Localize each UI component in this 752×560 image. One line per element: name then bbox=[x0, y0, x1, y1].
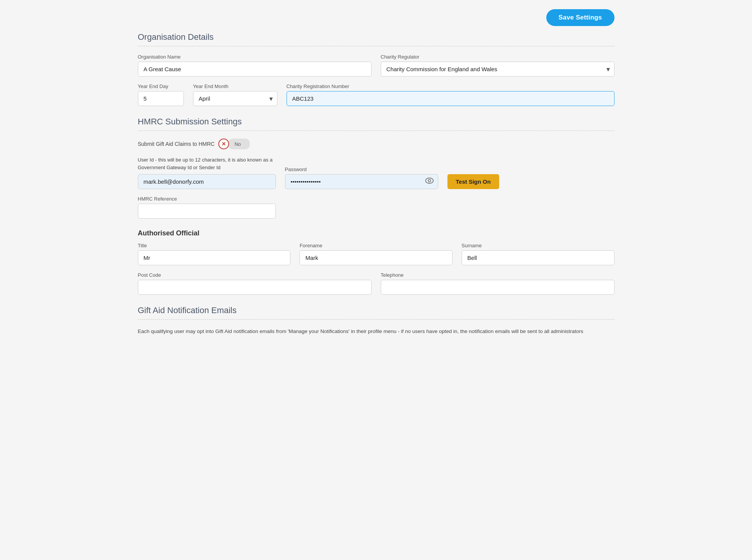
hmrc-section: HMRC Submission Settings Submit Gift Aid… bbox=[138, 117, 614, 219]
title-forename-surname-row: Title Forename Surname bbox=[138, 243, 614, 265]
toggle-row: Submit Gift Aid Claims to HMRC ✕ No bbox=[138, 139, 614, 149]
gift-aid-section-title: Gift Aid Notification Emails bbox=[138, 305, 614, 315]
charity-reg-number-col: Charity Registration Number bbox=[287, 83, 614, 106]
forename-label: Forename bbox=[300, 243, 452, 248]
authorised-official-title: Authorised Official bbox=[138, 229, 614, 237]
hmrc-reference-col: HMRC Reference bbox=[138, 196, 276, 219]
hmrc-credentials-row: User Id - this will be up to 12 characte… bbox=[138, 156, 614, 189]
password-col: Password bbox=[285, 167, 438, 189]
password-label: Password bbox=[285, 167, 438, 172]
title-label: Title bbox=[138, 243, 291, 248]
forename-col: Forename bbox=[300, 243, 452, 265]
year-end-reg-row: Year End Day Year End Month January Febr… bbox=[138, 83, 614, 106]
userid-col: User Id - this will be up to 12 characte… bbox=[138, 156, 276, 189]
save-settings-button[interactable]: Save Settings bbox=[546, 9, 614, 26]
year-end-month-wrapper: January February March April May June Ju… bbox=[193, 91, 277, 106]
toggle-no-label: No bbox=[234, 141, 241, 147]
postcode-input[interactable] bbox=[138, 280, 372, 295]
year-end-month-select[interactable]: January February March April May June Ju… bbox=[193, 91, 277, 106]
org-name-label: Organisation Name bbox=[138, 54, 372, 60]
toggle-password-button[interactable] bbox=[425, 178, 434, 186]
telephone-input[interactable] bbox=[381, 280, 614, 295]
title-col: Title bbox=[138, 243, 291, 265]
forename-input[interactable] bbox=[300, 250, 452, 265]
charity-regulator-wrapper: Charity Commission for England and Wales… bbox=[381, 62, 614, 77]
year-end-day-col: Year End Day bbox=[138, 83, 184, 106]
org-name-input[interactable] bbox=[138, 62, 372, 77]
page-container: Save Settings Organisation Details Organ… bbox=[127, 0, 625, 560]
test-sign-on-col: Test Sign On bbox=[447, 174, 499, 189]
gift-aid-divider bbox=[138, 319, 614, 320]
svg-point-1 bbox=[428, 180, 430, 182]
org-name-col: Organisation Name bbox=[138, 54, 372, 77]
eye-icon bbox=[425, 178, 434, 186]
password-input[interactable] bbox=[285, 174, 438, 189]
organisation-section-title: Organisation Details bbox=[138, 32, 614, 42]
charity-reg-number-label: Charity Registration Number bbox=[287, 83, 614, 89]
year-end-month-col: Year End Month January February March Ap… bbox=[193, 83, 277, 106]
organisation-divider bbox=[138, 46, 614, 46]
surname-input[interactable] bbox=[462, 250, 614, 265]
x-close-icon: ✕ bbox=[221, 141, 226, 147]
svg-point-0 bbox=[426, 178, 433, 183]
year-end-day-label: Year End Day bbox=[138, 83, 184, 89]
postcode-telephone-row: Post Code Telephone bbox=[138, 272, 614, 295]
userid-description: User Id - this will be up to 12 characte… bbox=[138, 156, 276, 171]
password-wrapper bbox=[285, 174, 438, 189]
authorised-official-section: Authorised Official Title Forename Surna… bbox=[138, 229, 614, 295]
year-end-day-input[interactable] bbox=[138, 91, 184, 106]
telephone-col: Telephone bbox=[381, 272, 614, 295]
title-input[interactable] bbox=[138, 250, 291, 265]
toggle-container[interactable]: ✕ No bbox=[218, 139, 250, 149]
charity-reg-number-input[interactable] bbox=[287, 91, 614, 106]
organisation-section: Organisation Details Organisation Name C… bbox=[138, 32, 614, 106]
charity-regulator-label: Charity Regulator bbox=[381, 54, 614, 60]
toggle-x-button[interactable]: ✕ bbox=[218, 139, 229, 149]
surname-col: Surname bbox=[462, 243, 614, 265]
telephone-label: Telephone bbox=[381, 272, 614, 278]
toggle-track[interactable]: No bbox=[228, 139, 250, 149]
org-name-regulator-row: Organisation Name Charity Regulator Char… bbox=[138, 54, 614, 77]
year-end-month-label: Year End Month bbox=[193, 83, 277, 89]
hmrc-section-title: HMRC Submission Settings bbox=[138, 117, 614, 127]
postcode-label: Post Code bbox=[138, 272, 372, 278]
gift-aid-section: Gift Aid Notification Emails Each qualif… bbox=[138, 305, 614, 336]
hmrc-divider bbox=[138, 131, 614, 131]
test-sign-on-button[interactable]: Test Sign On bbox=[447, 174, 499, 189]
save-btn-row: Save Settings bbox=[138, 9, 614, 26]
hmrc-reference-label: HMRC Reference bbox=[138, 196, 276, 202]
toggle-label: Submit Gift Aid Claims to HMRC bbox=[138, 141, 215, 147]
surname-label: Surname bbox=[462, 243, 614, 248]
userid-input[interactable] bbox=[138, 174, 276, 189]
hmrc-reference-input[interactable] bbox=[138, 204, 276, 219]
charity-regulator-select[interactable]: Charity Commission for England and Wales… bbox=[381, 62, 614, 77]
postcode-col: Post Code bbox=[138, 272, 372, 295]
charity-regulator-col: Charity Regulator Charity Commission for… bbox=[381, 54, 614, 77]
gift-aid-note: Each qualifying user may opt into Gift A… bbox=[138, 327, 614, 336]
